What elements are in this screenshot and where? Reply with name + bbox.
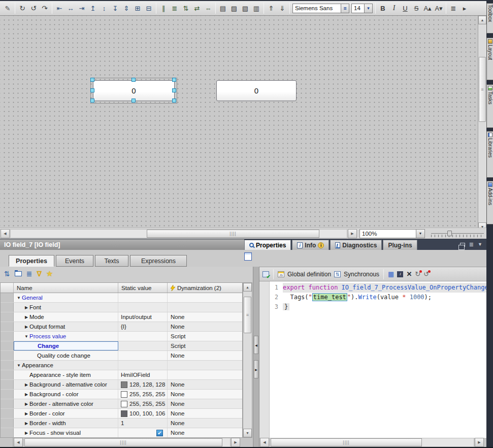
scroll-up-icon[interactable]: ▲ [478, 16, 486, 24]
scroll-left-icon[interactable]: ◀ [14, 438, 23, 447]
table-vertical-scrollbar[interactable]: ▲ ≡ ▼ [243, 282, 252, 438]
dynamization-cell[interactable]: None [168, 390, 242, 399]
font-family-combo[interactable]: Siemens Sans ≣ [292, 4, 349, 13]
collapse-arrow-icon[interactable]: ▶ [23, 315, 29, 319]
align-middle-icon[interactable]: ↕ [98, 3, 110, 14]
tab-expressions-view[interactable]: Expressions [130, 255, 187, 267]
row-name-cell[interactable]: ▶Output format [14, 322, 118, 331]
row-selector[interactable] [1, 332, 14, 341]
collapse-arrow-icon[interactable]: ▶ [23, 305, 29, 310]
same-width-icon[interactable]: ⇄ [191, 3, 203, 14]
collapse-right-icon[interactable]: ▶ [254, 360, 258, 378]
row-name-cell[interactable]: ▼Appearance [14, 361, 118, 370]
zoom-dropdown-icon[interactable]: ▼ [416, 229, 425, 238]
reload-script-icon[interactable]: ↺ [423, 271, 429, 277]
table-row[interactable]: ▶Border - alternative color255, 255, 255… [1, 399, 242, 409]
selection-handle[interactable] [172, 78, 176, 82]
font-family-list-icon[interactable]: ≣ [341, 4, 349, 13]
table-row[interactable]: ▶Focus - show visual✔None [1, 428, 242, 438]
selection-handle[interactable] [90, 78, 94, 82]
dynamization-cell[interactable] [168, 303, 242, 312]
row-name-cell[interactable]: ▶Background - alternative color [14, 380, 118, 389]
color-swatch[interactable] [121, 391, 127, 398]
row-selector[interactable] [1, 351, 14, 360]
validate-script-icon[interactable] [262, 271, 269, 277]
side-tab-libraries[interactable]: Libraries [486, 131, 493, 178]
window-list-icon[interactable]: ≣ [469, 242, 474, 247]
row-selector[interactable] [1, 303, 14, 312]
send-backward-icon[interactable]: ▥ [251, 3, 262, 14]
row-name-cell[interactable]: ▶Font [14, 303, 118, 312]
same-size-icon[interactable]: ⇔ [203, 3, 214, 14]
tab-diagnostics[interactable]: Diagnostics [330, 240, 382, 250]
static-value-cell[interactable] [118, 303, 168, 312]
dynamization-cell[interactable]: None [168, 419, 242, 428]
collapse-arrow-icon[interactable]: ▶ [23, 411, 29, 416]
sort-descending-icon[interactable]: ⇅ [4, 270, 10, 277]
row-name-cell[interactable]: ▼Process value [14, 332, 118, 341]
text-align-icon[interactable]: ≣ [448, 3, 459, 14]
tab-texts-view[interactable]: Texts [95, 255, 128, 267]
selection-handle[interactable] [132, 99, 136, 103]
tab-info[interactable]: i Info i [292, 240, 329, 250]
dynamization-cell[interactable]: None [168, 409, 242, 418]
font-size-input[interactable]: 14 [351, 4, 365, 13]
rotate-angle-icon[interactable]: ↷ [39, 3, 50, 14]
align-right-icon[interactable]: ⇥ [76, 3, 87, 14]
table-row[interactable]: ▼General [1, 293, 242, 303]
collapse-icon[interactable]: ▼ [478, 242, 482, 247]
collapse-arrow-icon[interactable]: ▶ [23, 382, 29, 387]
selection-handle[interactable] [90, 88, 94, 92]
tab-properties-view[interactable]: Properties [9, 255, 54, 267]
distribute-horizontal-icon[interactable]: ∥ [158, 3, 169, 14]
move-layer-up-icon[interactable]: ⇑ [266, 3, 277, 14]
table-row[interactable]: ▼Appearance [1, 361, 242, 370]
collapse-arrow-icon[interactable]: ▶ [23, 392, 29, 397]
row-selector[interactable] [1, 380, 14, 389]
row-name-cell[interactable]: ▶Border - alternative color [14, 399, 118, 408]
row-selector[interactable] [1, 409, 14, 418]
dynamization-cell[interactable] [168, 370, 242, 379]
format-painter-icon[interactable]: ✎ [2, 3, 13, 14]
static-value-cell[interactable]: 255, 255, 255 [118, 390, 168, 399]
dynamization-cell[interactable]: Script [168, 332, 242, 341]
align-center-horizontal-icon[interactable]: ↔ [65, 3, 76, 14]
selection-handle[interactable] [90, 99, 94, 103]
side-tab-toolbox[interactable]: Toolbox [486, 3, 493, 34]
static-value-column-header[interactable]: Static value [118, 283, 168, 293]
table-row[interactable]: ▶Border - width1None [1, 419, 242, 428]
dynamization-cell[interactable]: None [168, 428, 242, 437]
synchronous-label[interactable]: Synchronous [344, 271, 379, 278]
row-name-cell[interactable]: ▶Focus - show visual [14, 428, 118, 437]
static-value-cell[interactable] [118, 332, 168, 341]
toolbar-overflow-icon[interactable]: ▸ [459, 3, 470, 14]
same-height-icon[interactable]: ⇅ [180, 3, 191, 14]
checkbox-checked-icon[interactable]: ✔ [156, 430, 163, 436]
screen-canvas[interactable]: 0 0 [0, 16, 478, 228]
filter-funnel-icon[interactable]: ∇ [37, 270, 41, 277]
table-row[interactable]: ▶Background - color255, 255, 255None [1, 390, 242, 399]
row-selector[interactable] [1, 370, 14, 379]
script-horizontal-scrollbar[interactable]: ◀ |||| ▶ [259, 438, 486, 447]
zoom-combo[interactable]: 100% ▼ [359, 229, 425, 238]
dynamization-cell[interactable]: None [168, 322, 242, 331]
io-field[interactable]: 0 [216, 80, 297, 101]
table-row[interactable]: Quality code changeNone [1, 351, 242, 361]
static-value-cell[interactable]: 1 [118, 419, 168, 428]
tab-events-view[interactable]: Events [56, 255, 93, 267]
pane-splitter[interactable]: ◀ ▶ [253, 267, 259, 447]
align-top-icon[interactable]: ↥ [87, 3, 98, 14]
canvas-horizontal-scrollbar[interactable]: |||| [10, 229, 347, 238]
center-vertical-area-icon[interactable]: ⊟ [143, 3, 154, 14]
move-layer-down-icon[interactable]: ⇓ [277, 3, 288, 14]
row-selector[interactable] [1, 312, 14, 322]
table-row[interactable]: ChangeScript [1, 341, 242, 351]
color-swatch[interactable] [121, 410, 127, 417]
decrease-font-icon[interactable]: A▾ [433, 3, 444, 14]
row-selector[interactable] [1, 341, 14, 350]
selection-handle[interactable] [132, 78, 136, 82]
color-swatch[interactable] [121, 401, 127, 407]
canvas-vertical-scrollbar[interactable]: ▲ ≡ ▼ [478, 16, 486, 231]
rotate-clockwise-icon[interactable]: ↻ [17, 3, 28, 14]
row-name-cell[interactable]: ▶Background - color [14, 390, 118, 399]
